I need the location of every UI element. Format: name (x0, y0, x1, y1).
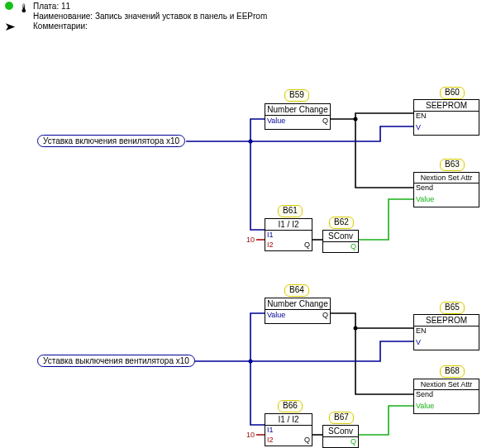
block-tag: B60 (440, 87, 465, 99)
block-tag: B66 (278, 400, 303, 412)
block-sconv[interactable]: SConv Q (322, 230, 359, 253)
block-divider[interactable]: I1 / I2 I1 I2 Q (265, 413, 312, 446)
diagram-canvas: 🌡 ➤ Плата: 11 Наименование: Запись значе… (0, 0, 496, 448)
block-tag: B62 (329, 217, 354, 229)
block-tag: B59 (284, 89, 309, 102)
block-number-change[interactable]: Number Change Value Q (265, 298, 331, 324)
block-tag: B67 (329, 412, 354, 424)
block-tag: B68 (440, 365, 465, 378)
block-tag: B61 (278, 205, 303, 217)
constant-value: 10 (246, 236, 255, 244)
block-seeprom[interactable]: SEEPROM EN V (413, 99, 479, 136)
block-divider[interactable]: I1 / I2 I1 I2 Q (265, 218, 312, 251)
block-nextion-set-attr[interactable]: Nextion Set Attr Send Value (413, 379, 479, 414)
constant-value: 10 (246, 431, 255, 439)
block-number-change[interactable]: Number Change Value Q (265, 103, 331, 130)
block-seeprom[interactable]: SEEPROM EN V (413, 314, 479, 350)
source-bubble[interactable]: Уставка включения венилятора x10 (37, 135, 185, 147)
block-tag: B63 (440, 159, 465, 171)
block-tag: B65 (440, 302, 465, 314)
source-bubble[interactable]: Уставка выключения вентилятора x10 (37, 355, 195, 367)
block-nextion-set-attr[interactable]: Nextion Set Attr Send Value (413, 172, 479, 207)
block-tag: B64 (284, 284, 309, 297)
block-sconv[interactable]: SConv Q (322, 425, 359, 448)
